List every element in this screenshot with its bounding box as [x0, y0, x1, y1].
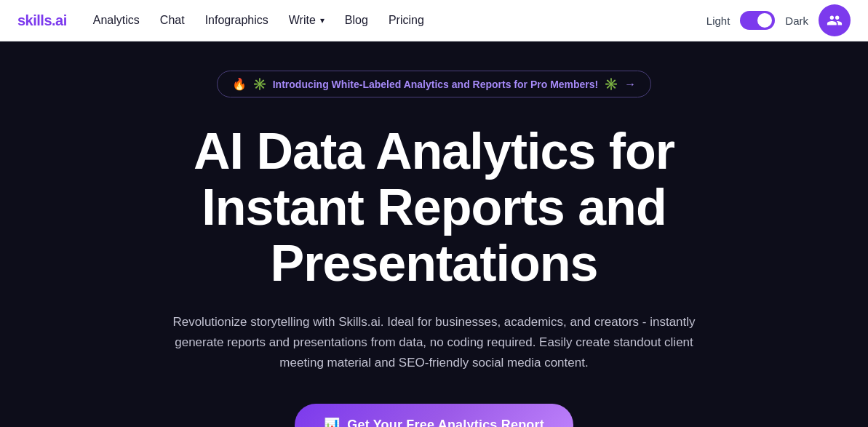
nav-link-analytics[interactable]: Analytics — [93, 14, 140, 26]
user-avatar-button[interactable] — [819, 4, 851, 36]
hero-subtitle: Revolutionize storytelling with Skills.a… — [172, 312, 696, 373]
sidebar-item-blog[interactable]: Blog — [345, 14, 368, 27]
sidebar-item-infographics[interactable]: Infographics — [205, 14, 268, 27]
chart-icon: 📊 — [324, 417, 340, 427]
logo[interactable]: skills.ai — [17, 12, 67, 29]
logo-text-accent: .ai — [52, 12, 67, 28]
navbar-left: skills.ai Analytics Chat Infographics Wr… — [17, 12, 424, 29]
theme-toggle[interactable] — [740, 11, 775, 30]
sidebar-item-analytics[interactable]: Analytics — [93, 14, 140, 27]
theme-light-label: Light — [706, 15, 730, 27]
nav-links: Analytics Chat Infographics Write ▾ Blog… — [93, 14, 424, 27]
sparkle-emoji-2: ✳️ — [604, 77, 618, 91]
toggle-knob — [757, 13, 772, 28]
user-icon — [827, 12, 843, 28]
navbar: skills.ai Analytics Chat Infographics Wr… — [0, 0, 868, 41]
nav-link-chat[interactable]: Chat — [160, 14, 185, 26]
nav-link-write[interactable]: Write ▾ — [289, 14, 324, 27]
cta-label: Get Your Free Analytics Report — [347, 418, 544, 427]
sidebar-item-chat[interactable]: Chat — [160, 14, 185, 27]
logo-text-main: skills — [17, 12, 52, 28]
nav-link-infographics[interactable]: Infographics — [205, 14, 268, 26]
sidebar-item-pricing[interactable]: Pricing — [389, 14, 424, 27]
nav-link-blog[interactable]: Blog — [345, 14, 368, 26]
sparkle-emoji-1: ✳️ — [252, 77, 267, 91]
nav-link-pricing[interactable]: Pricing — [389, 14, 424, 26]
hero-title: AI Data Analytics for Instant Reports an… — [194, 124, 674, 292]
announcement-text: Introducing White-Labeled Analytics and … — [273, 79, 599, 90]
sidebar-item-write[interactable]: Write ▾ — [289, 14, 324, 27]
navbar-right: Light Dark — [706, 4, 851, 36]
chevron-down-icon: ▾ — [320, 15, 324, 25]
theme-dark-label: Dark — [785, 15, 808, 27]
hero-section: 🔥 ✳️ Introducing White-Labeled Analytics… — [0, 41, 868, 427]
arrow-right-icon: → — [624, 78, 636, 91]
announcement-banner[interactable]: 🔥 ✳️ Introducing White-Labeled Analytics… — [217, 71, 652, 97]
fire-emoji: 🔥 — [232, 77, 247, 91]
cta-button[interactable]: 📊 Get Your Free Analytics Report — [295, 404, 573, 427]
